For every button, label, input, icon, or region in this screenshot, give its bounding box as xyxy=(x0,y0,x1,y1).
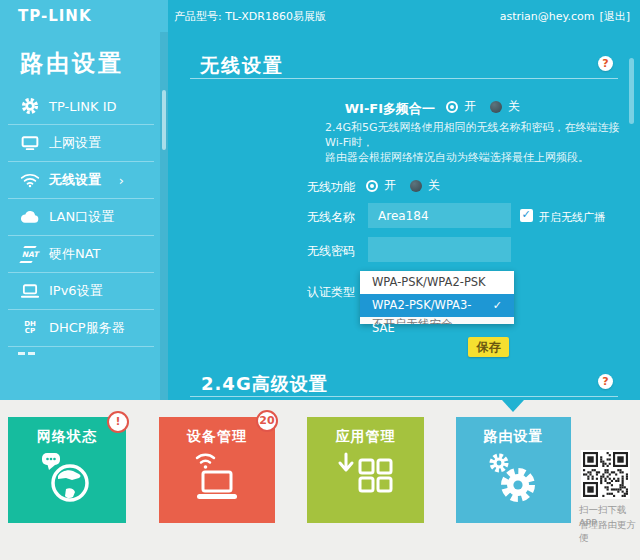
radio-on-label: 开 xyxy=(464,98,476,115)
logout-link[interactable]: [退出] xyxy=(599,9,630,24)
sidebar-item-label: 无线设置 xyxy=(49,171,101,189)
advanced-section-title: 2.4G高级设置 xyxy=(201,372,328,396)
tile-label: 应用管理 xyxy=(307,428,424,446)
sidebar-item-label: DHCP服务器 xyxy=(49,319,125,337)
account-email: astrian@hey.com xyxy=(500,10,595,23)
partial-menu-item-icon xyxy=(18,352,35,355)
sidebar-scrollbar-thumb[interactable] xyxy=(162,90,166,150)
divider xyxy=(190,396,618,397)
top-bar-right: 产品型号: TL-XDR1860易展版 astrian@hey.com [退出] xyxy=(168,0,640,32)
laptop-wifi-icon xyxy=(159,448,275,508)
help-icon[interactable]: ? xyxy=(598,56,613,71)
ssid-label: 无线名称 xyxy=(275,209,355,226)
wifi-band-radio-group: 开 关 xyxy=(446,98,528,115)
wireless-enable-radio-group: 开 关 xyxy=(366,177,448,194)
gear-icon xyxy=(18,97,42,115)
sidebar-item-internet[interactable]: 上网设置 xyxy=(8,125,154,162)
sidebar: 路由设置 TP-LINK ID 上网设置 xyxy=(0,32,168,400)
count-badge: 20 xyxy=(256,410,278,432)
sidebar-item-label: TP-LINK ID xyxy=(49,99,117,114)
qr-code xyxy=(581,450,630,499)
password-label: 无线密码 xyxy=(275,243,355,260)
bottom-nav: ! 网络状态 20 设备管理 xyxy=(0,400,640,560)
alert-badge: ! xyxy=(107,411,129,433)
product-model-label: 产品型号: TL-XDR1860易展版 xyxy=(174,9,326,24)
gears-icon xyxy=(456,448,571,510)
laptop-icon xyxy=(18,283,42,299)
wireless-settings-panel: 无线设置 ? WI-FI多频合一 开 关 2.4G和5G无线网络使用相同的无线名… xyxy=(168,32,640,400)
active-tile-pointer xyxy=(502,400,524,412)
globe-icon xyxy=(8,448,126,510)
save-button[interactable]: 保存 xyxy=(468,337,509,357)
sidebar-item-wireless[interactable]: 无线设置 › xyxy=(8,162,154,199)
sidebar-item-label: 硬件NAT xyxy=(49,245,101,263)
sidebar-item-label: 上网设置 xyxy=(49,134,101,152)
wifi-band-description: 2.4G和5G无线网络使用相同的无线名称和密码，在终端连接Wi-Fi时， 路由器… xyxy=(325,120,625,165)
broadcast-label: 开启无线广播 xyxy=(539,210,605,225)
nat-icon: NAT xyxy=(18,250,42,259)
radio-on-label: 开 xyxy=(384,177,396,194)
sidebar-item-label: IPv6设置 xyxy=(49,282,103,300)
broadcast-checkbox[interactable] xyxy=(520,209,533,222)
tile-app-management[interactable]: 应用管理 xyxy=(307,417,424,523)
tile-router-settings[interactable]: 路由设置 xyxy=(456,417,571,523)
tile-label: 设备管理 xyxy=(159,428,275,446)
radio-off-label: 关 xyxy=(508,98,520,115)
radio-off[interactable] xyxy=(490,101,502,113)
tile-network-status[interactable]: ! 网络状态 xyxy=(8,417,126,523)
sidebar-item-label: LAN口设置 xyxy=(49,208,114,226)
sidebar-item-nat[interactable]: NAT 硬件NAT xyxy=(8,236,154,273)
account-area: astrian@hey.com [退出] xyxy=(500,9,630,24)
dhcp-icon: DHCP xyxy=(18,321,42,335)
logo-zone: TP-LINK xyxy=(0,0,168,32)
apps-grid-icon xyxy=(307,448,424,506)
monitor-icon xyxy=(18,135,42,151)
radio-on-selected[interactable] xyxy=(366,180,378,192)
dropdown-option-selected[interactable]: WPA2-PSK/WPA3-SAE ✓ xyxy=(360,294,514,317)
sidebar-item-lan[interactable]: LAN口设置 xyxy=(8,199,154,236)
sidebar-scrollbar-track[interactable] xyxy=(160,32,168,400)
chevron-right-icon: › xyxy=(119,173,124,188)
radio-on-selected[interactable] xyxy=(446,101,458,113)
tplink-logo: TP-LINK xyxy=(18,7,92,25)
tile-label: 路由设置 xyxy=(456,428,571,446)
sidebar-item-dhcp[interactable]: DHCP DHCP服务器 xyxy=(8,310,154,347)
auth-type-dropdown: WPA-PSK/WPA2-PSK WPA2-PSK/WPA3-SAE ✓ 不开启… xyxy=(360,271,514,324)
wifi-icon xyxy=(18,172,42,188)
tile-label: 网络状态 xyxy=(8,428,126,446)
main-scrollbar-thumb[interactable] xyxy=(629,58,634,124)
help-icon[interactable]: ? xyxy=(598,374,613,389)
router-admin-page: TP-LINK 产品型号: TL-XDR1860易展版 astrian@hey.… xyxy=(0,0,640,560)
auth-type-label: 认证类型 xyxy=(275,284,355,301)
sidebar-item-ipv6[interactable]: IPv6设置 xyxy=(8,273,154,310)
divider xyxy=(190,78,618,79)
password-input[interactable] xyxy=(368,237,511,262)
tile-device-management[interactable]: 20 设备管理 xyxy=(159,417,275,523)
check-icon: ✓ xyxy=(493,294,502,317)
qr-caption-line2: 管理路由更方便 xyxy=(579,519,640,545)
ssid-input[interactable] xyxy=(368,203,511,228)
wireless-enable-label: 无线功能 xyxy=(275,179,355,196)
radio-off-label: 关 xyxy=(428,177,440,194)
radio-off[interactable] xyxy=(410,180,422,192)
wifi-band-label: WI-FI多频合一 xyxy=(305,100,435,118)
dropdown-option[interactable]: WPA-PSK/WPA2-PSK xyxy=(360,271,514,294)
sidebar-menu: TP-LINK ID 上网设置 无线设置 › xyxy=(0,88,160,347)
top-bar: TP-LINK 产品型号: TL-XDR1860易展版 astrian@hey.… xyxy=(0,0,640,32)
page-title: 无线设置 xyxy=(200,53,284,79)
sidebar-title: 路由设置 xyxy=(20,48,124,79)
sidebar-item-tplink-id[interactable]: TP-LINK ID xyxy=(8,88,154,125)
dropdown-option-clipped[interactable]: 不开启无线安全 xyxy=(360,317,514,324)
cloud-icon xyxy=(18,210,42,224)
